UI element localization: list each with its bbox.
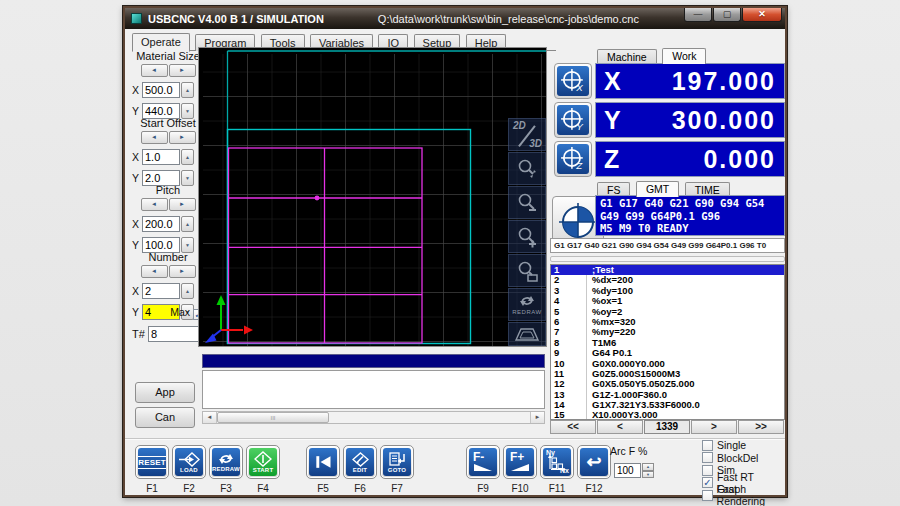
program-line[interactable]: 7%my=220 [551,327,784,337]
view-2d3d-toggle[interactable]: 2D 3D [508,118,546,151]
perspective-button[interactable] [508,322,546,346]
spin-up-button[interactable]: ▲ [181,216,194,232]
goto-first-button[interactable]: << [550,420,596,434]
x-label: X [132,84,142,96]
blockdel-checkbox[interactable] [702,452,713,463]
titlebar[interactable]: USBCNC V4.00 B 1 / SIMULATION Q:\data\wo… [125,8,785,29]
maximize-button[interactable]: ▢ [713,8,741,22]
scrollbar-thumb[interactable]: III [217,412,329,423]
program-line[interactable]: 8T1M6 [551,338,784,348]
spin-up-button[interactable]: ▲ [181,82,194,98]
spin-down-button[interactable]: ▼ [642,471,654,479]
page-up-button[interactable]: < [597,420,643,434]
start-button[interactable]: START F4 [246,445,280,494]
line-counter: 1339 [644,420,690,434]
cancel-button[interactable]: Can [135,407,195,428]
zero-y-button[interactable]: Y [554,102,592,138]
ramp-up-icon [509,463,531,472]
spin-up-button[interactable]: ▲ [642,463,654,471]
feed-minus-button[interactable]: F- F9 [466,445,500,494]
scroll-left-arrow[interactable]: ◄ [203,412,217,423]
program-line[interactable]: 1;Test [551,265,784,275]
number-x-field[interactable] [142,283,180,299]
fast-rendering-label: Fast Rendering [717,483,785,506]
program-line[interactable]: 4%ox=1 [551,296,784,306]
back-button[interactable]: ↩ F12 [577,445,611,494]
max-label: Max [170,306,190,318]
zoom-fit-button[interactable] [508,152,546,185]
reset-button[interactable]: RESET F1 [135,445,169,494]
offset-prev-button[interactable]: ◄ [141,131,168,144]
scroll-right-arrow[interactable]: ► [530,412,544,423]
label-3d: 3D [529,138,542,149]
program-line[interactable]: 2%dx=200 [551,275,784,285]
fast-rendering-checkbox[interactable] [702,490,713,501]
material-next-button[interactable]: ► [169,64,196,77]
zoom-out-button[interactable] [508,186,546,219]
offset-x-field[interactable] [142,149,180,165]
page-down-button[interactable]: > [691,420,737,434]
arc-f-spinner[interactable]: ▲ ▼ [642,463,654,478]
zero-x-icon: X [560,68,586,94]
redraw-overlay-label: REDRAW [512,309,541,315]
load-icon [178,452,200,467]
zoom-window-button[interactable] [508,254,546,287]
tab-gmt[interactable]: GMT [636,181,679,197]
toolpath-view[interactable]: 2D 3D [198,47,547,347]
redraw-button[interactable]: REDRAW F3 [209,445,243,494]
material-prev-button[interactable]: ◄ [141,64,168,77]
number-next-button[interactable]: ► [169,265,196,278]
tab-operate[interactable]: Operate [132,33,190,52]
program-line[interactable]: 3%dy=100 [551,286,784,296]
zoom-in-button[interactable] [508,220,546,253]
program-line[interactable]: 6%mx=320 [551,317,784,327]
program-line[interactable]: 15X10.000Y3.000 [551,410,784,420]
tab-work[interactable]: Work [662,48,706,64]
edit-button[interactable]: EDIT F6 [343,445,377,494]
window-title: USBCNC V4.00 B 1 / SIMULATION [148,13,324,25]
fast-rt-graph-checkbox[interactable]: ✓ [702,477,713,488]
svg-text:X: X [575,82,583,93]
start-label: START [253,467,274,473]
arc-f-group: Arc F % ▲ ▼ [610,445,680,478]
checkbox-row-blockdel: BlockDel [702,452,785,465]
pitch-prev-button[interactable]: ◄ [141,198,168,211]
redraw-overlay-button[interactable]: REDRAW [508,288,546,321]
close-button[interactable]: ✕ [742,8,782,22]
rewind-button[interactable]: F5 [306,445,340,494]
tool-number-field[interactable] [148,326,200,342]
svg-text:Y: Y [576,121,584,132]
minimize-button[interactable]: — [684,8,712,22]
spin-up-button[interactable]: ▲ [181,283,194,299]
pitch-next-button[interactable]: ► [169,198,196,211]
array-nesting-button[interactable]: Ny Nx F11 [540,445,574,494]
tab-machine[interactable]: Machine [597,49,657,64]
zoom-in-icon [515,225,539,249]
goto-last-button[interactable]: >> [738,420,784,434]
material-x-field[interactable] [142,82,180,98]
program-line[interactable]: 14G1X7.321Y3.533F6000.0 [551,400,784,410]
program-line[interactable]: 12G0X5.050Y5.050Z5.000 [551,379,784,389]
single-checkbox[interactable] [702,440,713,451]
program-line[interactable]: 9G64 P0.1 [551,348,784,358]
goto-button[interactable]: GOTO F7 [380,445,414,494]
zero-z-button[interactable]: Z [554,141,592,177]
redraw-icon [217,452,235,466]
horizontal-scrollbar[interactable]: ◄ III ► [202,411,545,424]
apply-button[interactable]: App [135,382,195,403]
number-prev-button[interactable]: ◄ [141,265,168,278]
svg-text:Z: Z [575,160,583,171]
fkey-label: F5 [306,483,340,494]
offset-next-button[interactable]: ► [169,131,196,144]
program-listing[interactable]: 1;Test 2%dx=200 3%dy=100 4%ox=1 5%oy=2 6… [550,264,785,420]
progress-strip [202,354,545,368]
load-button[interactable]: LOAD F2 [172,445,206,494]
zero-x-button[interactable]: X [554,63,592,99]
feed-plus-button[interactable]: F+ F10 [503,445,537,494]
pitch-x-field[interactable] [142,216,180,232]
fkey-label: F3 [209,483,243,494]
program-line[interactable]: 5%oy=2 [551,307,784,317]
sim-checkbox[interactable] [702,465,713,476]
spin-up-button[interactable]: ▲ [181,149,194,165]
arc-f-field[interactable] [614,463,641,478]
